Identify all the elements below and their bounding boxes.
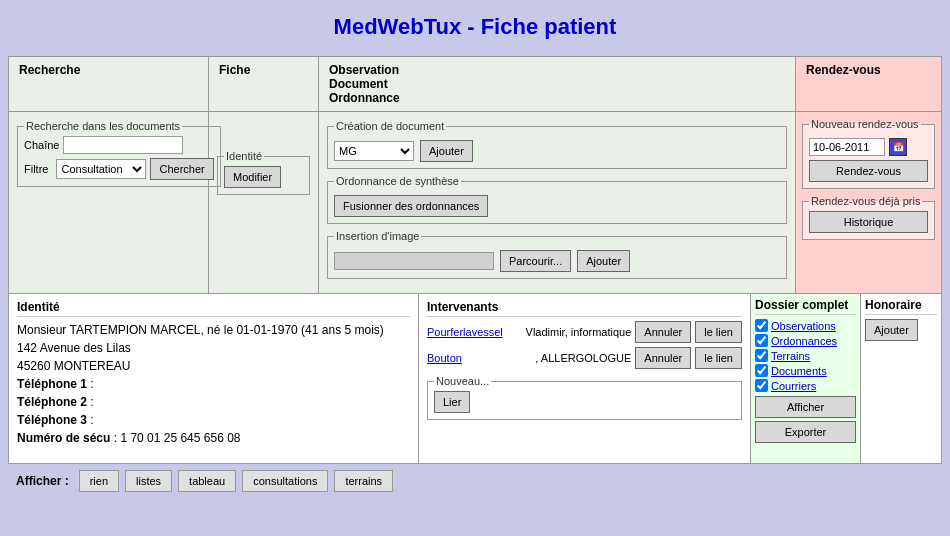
modifier-button[interactable]: Modifier: [224, 166, 281, 188]
dossier-label-courriers[interactable]: Courriers: [771, 380, 816, 392]
content-rdv: Nouveau rendez-vous 📅 Rendez-vous Rendez…: [796, 112, 941, 293]
dossier-check-observations[interactable]: [755, 319, 768, 332]
intervenants-header: Intervenants: [427, 300, 742, 317]
nav-observation[interactable]: Observation: [329, 63, 785, 77]
ordonnance-synthese-legend: Ordonnance de synthèse: [334, 175, 461, 187]
header: MedWebTux - Fiche patient: [0, 0, 950, 50]
insertion-path-input[interactable]: [334, 252, 494, 270]
content-recherche: Recherche dans les documents Chaîne Filt…: [9, 112, 209, 293]
dossier-item-documents: Documents: [755, 364, 856, 377]
dossier-label-observations[interactable]: Observations: [771, 320, 836, 332]
dossier-label-terrains[interactable]: Terrains: [771, 350, 810, 362]
patient-tel2-row: Téléphone 2 :: [17, 393, 410, 411]
filtre-select[interactable]: Consultation: [56, 159, 146, 179]
identite-header: Identité: [17, 300, 410, 317]
creation-document-legend: Création de document: [334, 120, 446, 132]
patient-secu-row: Numéro de sécu : 1 70 01 25 645 656 08: [17, 429, 410, 447]
rdv-deja-pris-fieldset: Rendez-vous déjà pris Historique: [802, 195, 935, 240]
identite-fieldset: Identité Modifier: [217, 150, 310, 195]
dossier-check-terrains[interactable]: [755, 349, 768, 362]
patient-ville: 45260 MONTEREAU: [17, 357, 410, 375]
lier-button[interactable]: Lier: [434, 391, 470, 413]
dossier-afficher-button[interactable]: Afficher: [755, 396, 856, 418]
creation-row: MG Ajouter: [334, 140, 780, 162]
creation-document-fieldset: Création de document MG Ajouter: [327, 120, 787, 169]
intervenant-spec-1: , ALLERGOLOGUE: [535, 352, 631, 364]
nav-document[interactable]: Document: [329, 77, 785, 91]
intervenant-lien-0[interactable]: le lien: [695, 321, 742, 343]
footer-btn-consultations[interactable]: consultations: [242, 470, 328, 492]
fusionner-button[interactable]: Fusionner des ordonnances: [334, 195, 488, 217]
nav-recherche: Recherche: [9, 57, 209, 111]
recherche-fieldset-legend: Recherche dans les documents: [24, 120, 182, 132]
secu-label: Numéro de sécu: [17, 431, 110, 445]
content-fiche: Identité Modifier: [209, 112, 319, 293]
bottom-identite: Identité Monsieur TARTEMPION MARCEL, né …: [9, 294, 419, 463]
insertion-image-fieldset: Insertion d'image Parcourir... Ajouter: [327, 230, 787, 279]
parcourir-button[interactable]: Parcourir...: [500, 250, 571, 272]
patient-tel3-row: Téléphone 3 :: [17, 411, 410, 429]
dossier-check-documents[interactable]: [755, 364, 768, 377]
creation-type-select[interactable]: MG: [334, 141, 414, 161]
tel1-label: Téléphone 1: [17, 377, 87, 391]
insertion-image-legend: Insertion d'image: [334, 230, 421, 242]
dossier-exporter-button[interactable]: Exporter: [755, 421, 856, 443]
creation-ajouter-button[interactable]: Ajouter: [420, 140, 473, 162]
nouveau-rdv-fieldset: Nouveau rendez-vous 📅 Rendez-vous: [802, 118, 935, 189]
insertion-row: Parcourir... Ajouter: [334, 250, 780, 272]
ordonnance-synthese-fieldset: Ordonnance de synthèse Fusionner des ord…: [327, 175, 787, 224]
nav-observation-group: Observation Document Ordonnance: [319, 57, 796, 111]
honoraire-ajouter-button[interactable]: Ajouter: [865, 319, 918, 341]
rdv-date-input[interactable]: [809, 138, 885, 156]
insertion-ajouter-button[interactable]: Ajouter: [577, 250, 630, 272]
dossier-check-courriers[interactable]: [755, 379, 768, 392]
intervenant-row-0: Pourferlavessel Vladimir, informatique A…: [427, 321, 742, 343]
dossier-label-documents[interactable]: Documents: [771, 365, 827, 377]
main-container: Recherche Fiche Observation Document Ord…: [0, 50, 950, 498]
intervenant-annuler-0[interactable]: Annuler: [635, 321, 691, 343]
chercher-button[interactable]: Chercher: [150, 158, 213, 180]
ordonnance-row: Fusionner des ordonnances: [334, 195, 780, 217]
patient-tel1-row: Téléphone 1 :: [17, 375, 410, 393]
recherche-fieldset: Recherche dans les documents Chaîne Filt…: [17, 120, 221, 187]
footer-row: Afficher : rien listes tableau consultat…: [8, 464, 942, 498]
dossier-check-ordonnances[interactable]: [755, 334, 768, 347]
chaine-input[interactable]: [63, 136, 183, 154]
dossier-label-ordonnances[interactable]: Ordonnances: [771, 335, 837, 347]
identite-legend: Identité: [224, 150, 264, 162]
page-title: MedWebTux - Fiche patient: [0, 14, 950, 40]
honoraire-header: Honoraire: [865, 298, 937, 315]
rdv-button[interactable]: Rendez-vous: [809, 160, 928, 182]
intervenant-name-1[interactable]: Bouton: [427, 352, 531, 364]
nav-fiche: Fiche: [209, 57, 319, 111]
chaine-row: Chaîne: [24, 136, 214, 154]
footer-btn-tableau[interactable]: tableau: [178, 470, 236, 492]
footer-btn-listes[interactable]: listes: [125, 470, 172, 492]
intervenant-spec-0: Vladimir, informatique: [526, 326, 632, 338]
dossier-item-courriers: Courriers: [755, 379, 856, 392]
secu-value: 1 70 01 25 645 656 08: [120, 431, 240, 445]
bottom-intervenants: Intervenants Pourferlavessel Vladimir, i…: [419, 294, 751, 463]
footer-btn-terrains[interactable]: terrains: [334, 470, 393, 492]
rdv-deja-pris-legend: Rendez-vous déjà pris: [809, 195, 922, 207]
historique-button[interactable]: Historique: [809, 211, 928, 233]
patient-nom: Monsieur TARTEMPION MARCEL, né le 01-01-…: [17, 321, 410, 339]
content-row: Recherche dans les documents Chaîne Filt…: [8, 112, 942, 294]
patient-info: Monsieur TARTEMPION MARCEL, né le 01-01-…: [17, 321, 410, 447]
filtre-row: Filtre Consultation Chercher: [24, 158, 214, 180]
nav-ordonnance[interactable]: Ordonnance: [329, 91, 785, 105]
tel3-label: Téléphone 3: [17, 413, 87, 427]
nouveau-fieldset: Nouveau... Lier: [427, 375, 742, 420]
intervenant-name-0[interactable]: Pourferlavessel: [427, 326, 522, 338]
bottom-honoraire: Honoraire Ajouter: [861, 294, 941, 463]
nav-rendezvous: Rendez-vous: [796, 57, 941, 111]
calendar-icon[interactable]: 📅: [889, 138, 907, 156]
footer-afficher-label: Afficher :: [16, 474, 69, 488]
footer-btn-rien[interactable]: rien: [79, 470, 119, 492]
intervenant-lien-1[interactable]: le lien: [695, 347, 742, 369]
intervenant-row-1: Bouton , ALLERGOLOGUE Annuler le lien: [427, 347, 742, 369]
filtre-label: Filtre: [24, 163, 48, 175]
dossier-item-ordonnances: Ordonnances: [755, 334, 856, 347]
intervenant-annuler-1[interactable]: Annuler: [635, 347, 691, 369]
top-nav: Recherche Fiche Observation Document Ord…: [8, 56, 942, 112]
